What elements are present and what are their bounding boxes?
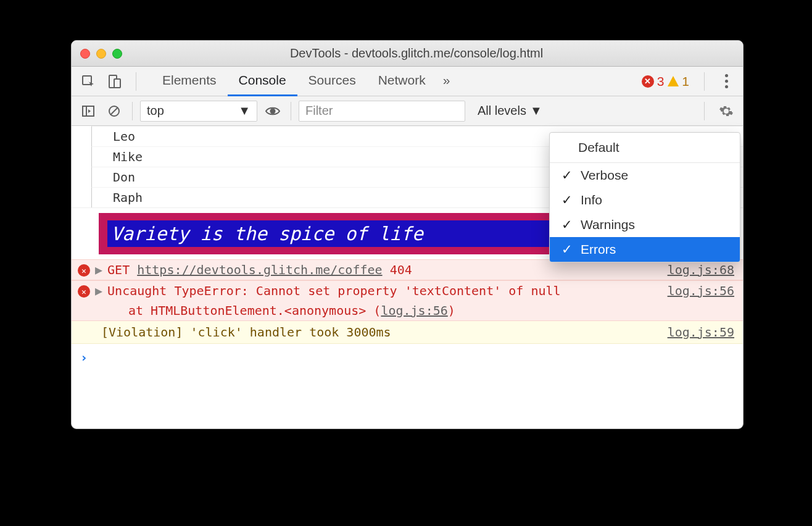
tab-elements[interactable]: Elements [151, 67, 228, 96]
prompt-icon: › [80, 350, 88, 365]
dropdown-item-info[interactable]: ✓ Info [550, 188, 740, 212]
log-levels-dropdown: Default ✓ Verbose ✓ Info ✓ Warnings ✓ Er… [549, 132, 740, 262]
divider [291, 102, 291, 120]
error-icon: ✕ [78, 264, 90, 277]
log-levels-select[interactable]: All levels ▼ [470, 101, 550, 122]
stack-frame: at HTMLButtonElement.<anonymous> (log.js… [78, 303, 734, 318]
check-icon: ✓ [561, 242, 573, 257]
window-controls [80, 49, 122, 59]
warning-count: 1 [682, 74, 689, 89]
http-method: GET [107, 262, 130, 277]
tab-sources[interactable]: Sources [297, 67, 367, 96]
console-error-row[interactable]: ✕ ▶ GET https://devtools.glitch.me/coffe… [72, 259, 743, 280]
dropdown-item-label: Info [581, 193, 602, 207]
titlebar: DevTools - devtools.glitch.me/console/lo… [72, 41, 743, 67]
source-link[interactable]: log.js:56 [668, 283, 734, 298]
device-toolbar-icon[interactable] [104, 71, 125, 92]
warning-count-badge[interactable]: 1 [668, 74, 689, 89]
source-link[interactable]: log.js:68 [668, 262, 734, 277]
menu-icon[interactable] [716, 71, 737, 92]
violation-message: [Violation] 'click' handler took 3000ms [101, 325, 391, 340]
stack-text: at HTMLButtonElement.<anonymous> ( [128, 303, 381, 318]
zoom-window-icon[interactable] [112, 49, 122, 59]
expand-caret-icon[interactable]: ▶ [95, 262, 102, 277]
window-title: DevTools - devtools.glitch.me/console/lo… [136, 46, 734, 61]
tab-overflow-icon[interactable]: » [437, 67, 457, 96]
error-count-badge[interactable]: ✕ 3 [642, 74, 665, 89]
panel-tabs: Elements Console Sources Network » [151, 67, 456, 96]
error-message: Uncaught TypeError: Cannot set property … [107, 283, 663, 298]
error-icon: ✕ [78, 285, 90, 298]
devtools-window: DevTools - devtools.glitch.me/console/lo… [71, 40, 744, 429]
expand-caret-icon[interactable]: ▶ [95, 283, 102, 298]
inspect-element-icon[interactable] [78, 71, 99, 92]
main-tabs-row: Elements Console Sources Network » ✕ 3 1 [72, 67, 743, 96]
chevron-down-icon: ▼ [530, 104, 542, 118]
execution-context-value: top [147, 104, 164, 118]
dropdown-item-label: Warnings [581, 217, 635, 232]
dropdown-item-errors[interactable]: ✓ Errors [550, 237, 740, 262]
settings-icon[interactable] [716, 101, 737, 122]
clear-console-icon[interactable] [104, 101, 125, 122]
chevron-down-icon: ▼ [238, 104, 251, 118]
styled-log-text: Variety is the spice of life [107, 220, 578, 247]
error-icon: ✕ [642, 75, 654, 88]
execution-context-select[interactable]: top ▼ [140, 101, 257, 122]
tab-console[interactable]: Console [228, 67, 297, 96]
console-error-row[interactable]: ✕ ▶ Uncaught TypeError: Cannot set prope… [72, 280, 743, 321]
check-icon: ✓ [561, 168, 573, 183]
check-icon: ✓ [561, 193, 573, 207]
tab-network[interactable]: Network [367, 67, 437, 96]
divider [132, 102, 133, 120]
check-icon: ✓ [561, 217, 573, 232]
issue-badges[interactable]: ✕ 3 1 [642, 74, 689, 89]
warning-icon [668, 76, 679, 86]
console-violation-row[interactable]: [Violation] 'click' handler took 3000ms … [72, 321, 743, 344]
divider [704, 102, 705, 120]
http-status: 404 [390, 262, 412, 277]
divider [704, 72, 705, 91]
stack-text: ) [448, 303, 455, 318]
toggle-sidebar-icon[interactable] [78, 101, 99, 122]
source-link[interactable]: log.js:59 [668, 325, 734, 340]
dropdown-item-warnings[interactable]: ✓ Warnings [550, 212, 740, 237]
filter-input[interactable] [299, 101, 465, 122]
error-message: GET https://devtools.glitch.me/coffee 40… [107, 262, 663, 277]
svg-point-7 [271, 109, 275, 113]
svg-rect-2 [114, 79, 120, 88]
svg-line-6 [110, 107, 118, 115]
dropdown-item-label: Verbose [581, 168, 628, 183]
dropdown-item-verbose[interactable]: ✓ Verbose [550, 163, 740, 188]
log-levels-label: All levels [478, 104, 526, 118]
dropdown-default-option[interactable]: Default [550, 133, 740, 163]
minimize-window-icon[interactable] [96, 49, 106, 59]
live-expression-icon[interactable] [262, 101, 283, 122]
styled-log-message[interactable]: Variety is the spice of life [99, 213, 586, 254]
dropdown-item-label: Errors [581, 242, 616, 257]
stack-link[interactable]: log.js:56 [381, 303, 447, 318]
console-toolbar: top ▼ All levels ▼ [72, 96, 743, 126]
error-url[interactable]: https://devtools.glitch.me/coffee [137, 262, 382, 277]
close-window-icon[interactable] [80, 49, 90, 59]
divider [136, 72, 136, 91]
console-prompt[interactable]: › [72, 344, 743, 371]
error-count: 3 [657, 74, 665, 89]
